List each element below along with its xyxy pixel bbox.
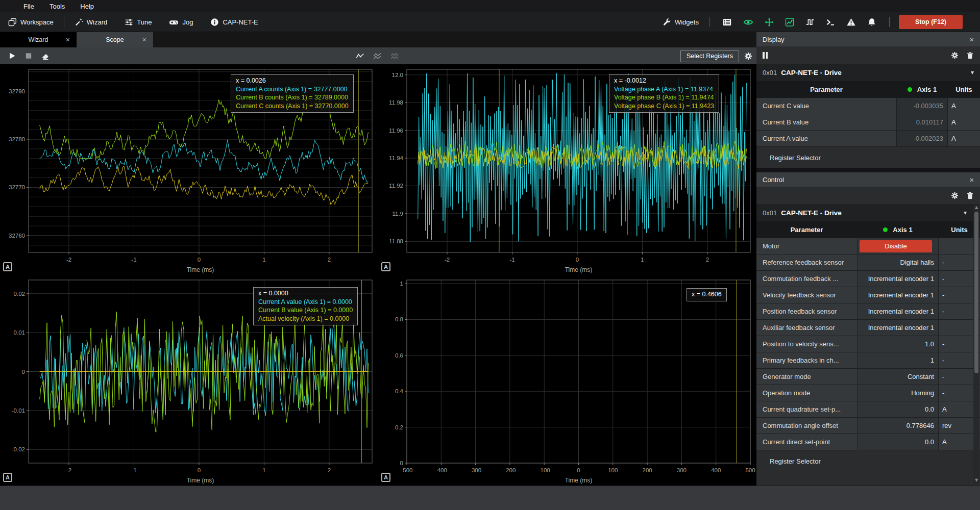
square-wave-icon bbox=[805, 18, 815, 27]
svg-text:11.92: 11.92 bbox=[389, 183, 403, 189]
table-header: ParameterAxis 1Units bbox=[756, 221, 980, 238]
device-name: CAP-NET-E - Drive bbox=[781, 69, 842, 76]
parameter-value[interactable]: 0.010117 bbox=[896, 114, 948, 130]
warning-icon bbox=[846, 18, 856, 27]
layout-quad-wave-icon[interactable] bbox=[390, 52, 399, 60]
table-row: Position to velocity sens...1.0- bbox=[756, 336, 980, 352]
parameter-name: Commutation angle offset bbox=[756, 418, 857, 434]
stop-button[interactable]: Stop (F12) bbox=[899, 15, 963, 29]
workspace-button[interactable]: Workspace bbox=[5, 16, 57, 29]
scroll-down-icon[interactable]: ▼ bbox=[975, 477, 978, 483]
parameter-value[interactable]: -0.002023 bbox=[896, 131, 948, 146]
control-panel-toolbar bbox=[756, 187, 980, 204]
scope-play-button[interactable] bbox=[4, 50, 20, 61]
table-header: ParameterAxis 1Units bbox=[756, 81, 980, 98]
layout-dual-wave-icon[interactable] bbox=[373, 52, 382, 60]
display-settings-gear-icon[interactable] bbox=[951, 52, 959, 59]
parameter-value[interactable]: Incremental encoder 1 bbox=[857, 320, 939, 336]
workspace-label: Workspace bbox=[20, 18, 54, 26]
parameter-value[interactable]: 0.0 bbox=[857, 401, 939, 417]
menu-tools[interactable]: Tools bbox=[50, 3, 65, 10]
eraser-icon bbox=[41, 52, 50, 60]
plot-empty[interactable]: 10.80.60.40.20-500-400-300-200-100010020… bbox=[378, 275, 756, 486]
column-header-axis: Axis 1 bbox=[857, 226, 939, 234]
svg-text:-100: -100 bbox=[538, 467, 550, 473]
display-delete-trash-icon[interactable] bbox=[966, 52, 974, 59]
control-scrollbar[interactable]: ▲ ▼ bbox=[973, 205, 979, 483]
parameter-value[interactable]: Incremental encoder 1 bbox=[857, 287, 939, 303]
parameter-value[interactable]: Homing bbox=[857, 385, 939, 401]
parameter-value[interactable]: Disable bbox=[857, 238, 939, 254]
control-settings-gear-icon[interactable] bbox=[951, 192, 959, 199]
tab-scope-close-icon[interactable]: × bbox=[142, 36, 146, 44]
monitor-eye-button[interactable] bbox=[738, 16, 759, 29]
control-device-selector[interactable]: 0x01 CAP-NET-E - Drive ▾ bbox=[756, 204, 980, 221]
scrollbar-thumb[interactable] bbox=[974, 212, 978, 373]
svg-text:0: 0 bbox=[198, 257, 201, 263]
motion-move-button[interactable] bbox=[759, 16, 779, 29]
parameter-value[interactable]: -0.003035 bbox=[896, 98, 948, 114]
control-delete-trash-icon[interactable] bbox=[966, 192, 974, 199]
svg-text:0: 0 bbox=[400, 460, 403, 466]
registers-list-button[interactable] bbox=[717, 16, 738, 29]
tab-wizard-close-icon[interactable]: × bbox=[66, 36, 70, 44]
alerts-button[interactable] bbox=[841, 16, 862, 29]
tab-scope[interactable]: Scope × bbox=[77, 32, 153, 47]
scope-button[interactable] bbox=[779, 16, 800, 29]
wizard-button[interactable]: Wizard bbox=[71, 16, 110, 29]
display-close-icon[interactable]: × bbox=[969, 35, 974, 44]
menu-help[interactable]: Help bbox=[80, 3, 94, 10]
tab-wizard[interactable]: Wizard × bbox=[0, 32, 77, 47]
tooltip-x-value: x = 0.4606 bbox=[692, 290, 722, 299]
menu-file[interactable]: File bbox=[23, 3, 34, 10]
svg-text:0.2: 0.2 bbox=[395, 424, 403, 430]
autoscale-button[interactable]: A bbox=[381, 262, 390, 271]
scope-clear-button[interactable] bbox=[37, 50, 54, 62]
panel-gap bbox=[756, 168, 980, 172]
widgets-button[interactable]: Widgets bbox=[659, 16, 702, 29]
parameter-value[interactable]: Digital halls bbox=[857, 254, 939, 270]
display-register-selector-link[interactable]: Register Selector bbox=[756, 147, 980, 168]
motor-disable-button[interactable]: Disable bbox=[860, 240, 932, 252]
tooltip-x-value: x = 0.0026 bbox=[236, 76, 349, 85]
svg-text:2: 2 bbox=[328, 257, 331, 263]
notifications-button[interactable] bbox=[862, 16, 882, 29]
tooltip-line: Voltage phase A (Axis 1) = 11.9374 bbox=[614, 85, 714, 94]
svg-text:12.0: 12.0 bbox=[392, 72, 403, 78]
select-registers-button[interactable]: Select Registers bbox=[680, 50, 739, 62]
autoscale-button[interactable]: A bbox=[3, 473, 12, 482]
autoscale-button[interactable]: A bbox=[3, 262, 12, 271]
scroll-up-icon[interactable]: ▲ bbox=[975, 205, 978, 211]
control-register-selector-link[interactable]: Register Selector bbox=[756, 450, 980, 471]
svg-text:11.96: 11.96 bbox=[389, 128, 403, 134]
menu-bar: File Tools Help bbox=[0, 0, 980, 12]
signal-button[interactable] bbox=[800, 16, 820, 29]
pause-icon[interactable] bbox=[763, 52, 768, 59]
svg-text:200: 200 bbox=[643, 467, 652, 473]
svg-text:-300: -300 bbox=[470, 467, 481, 473]
trace-current-a-counts bbox=[40, 140, 369, 182]
layout-single-wave-icon[interactable] bbox=[355, 52, 364, 60]
device-address: 0x01 bbox=[763, 209, 777, 217]
parameter-value[interactable]: Constant bbox=[857, 369, 939, 385]
parameter-value[interactable]: 1.0 bbox=[857, 336, 939, 352]
parameter-value[interactable]: Incremental encoder 1 bbox=[857, 271, 939, 287]
tooltip-line: Current B counts (Axis 1) = 32789.0000 bbox=[236, 93, 349, 102]
bell-icon bbox=[867, 18, 876, 27]
tune-button[interactable]: Tune bbox=[121, 16, 155, 29]
tooltip-line: Actual velocity (Axis 1) = 0.0000 bbox=[258, 315, 353, 323]
console-button[interactable] bbox=[820, 16, 841, 29]
parameter-value[interactable]: 1 bbox=[857, 352, 939, 368]
scope-settings-gear-icon[interactable] bbox=[744, 52, 752, 60]
tab-bar: Wizard × Scope × bbox=[0, 32, 756, 47]
display-device-selector[interactable]: 0x01 CAP-NET-E - Drive ▾ bbox=[756, 64, 980, 81]
application-window: File Tools Help Workspace Wizard bbox=[0, 0, 980, 510]
parameter-value[interactable]: Incremental encoder 1 bbox=[857, 303, 939, 319]
parameter-value[interactable]: 0.778646 bbox=[857, 418, 939, 434]
jog-button[interactable]: Jog bbox=[166, 16, 196, 29]
control-close-icon[interactable]: × bbox=[969, 175, 974, 184]
scope-stop-button[interactable] bbox=[20, 50, 37, 61]
drive-info-button[interactable]: CAP-NET-E bbox=[207, 16, 261, 29]
parameter-value[interactable]: 0.0 bbox=[857, 434, 939, 450]
autoscale-button[interactable]: A bbox=[381, 473, 390, 482]
